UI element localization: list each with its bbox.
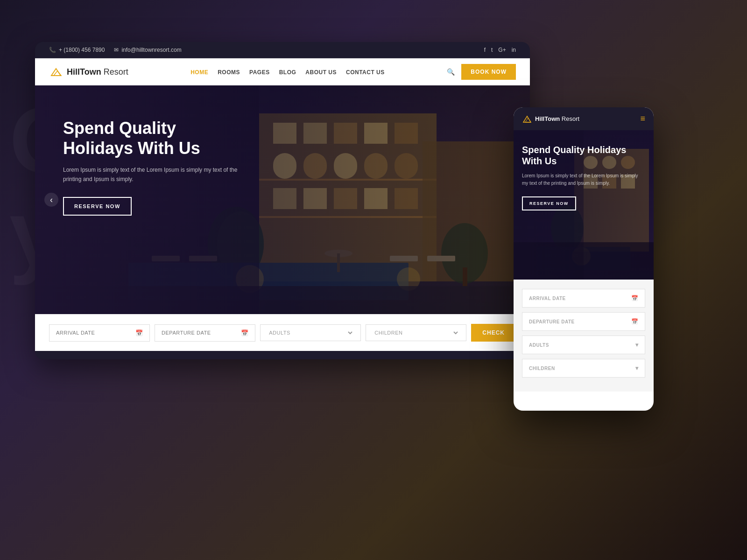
mobile-reserve-button[interactable]: RESERVE NOW — [522, 196, 576, 210]
mobile-brand-icon — [522, 115, 532, 123]
arrival-date-field[interactable]: 📅 — [49, 324, 150, 342]
mobile-nav: HillTown Resort ≡ — [514, 107, 654, 130]
desktop-mockup: 📞 + (1800) 456 7890 ✉ info@hilltownresor… — [35, 42, 530, 359]
mobile-arrival-calendar-icon: 📅 — [631, 295, 639, 301]
menu-item-home[interactable]: HOME — [190, 68, 208, 76]
brand-logo-group: HillTown Resort — [49, 66, 128, 77]
brand-name: HillTown Resort — [67, 67, 128, 77]
mobile-booking-form: ARRIVAL DATE 📅 DEPARTURE DATE 📅 ADULTS ▾… — [514, 280, 654, 392]
mobile-mockup: HillTown Resort ≡ — [514, 107, 654, 411]
menu-item-rooms[interactable]: ROOMS — [218, 68, 240, 76]
mobile-brand-name: HillTown Resort — [535, 115, 579, 122]
menu-item-about[interactable]: ABOUT US — [305, 68, 337, 76]
linkedin-icon[interactable]: in — [512, 47, 516, 53]
desktop-nav: HillTown Resort HOME ROOMS PAGES BLOG AB… — [35, 58, 530, 85]
mobile-hero-content: Spend Quality Holidays With Us Lorem Ips… — [514, 130, 654, 220]
arrival-calendar-icon: 📅 — [135, 329, 143, 336]
brand-name-light: Resort — [104, 67, 128, 77]
mobile-hero-description: Lorem Ipsum is simply text of the Lorem … — [522, 172, 645, 187]
email-item: ✉ info@hilltownresort.com — [114, 47, 181, 53]
departure-date-input[interactable] — [162, 330, 237, 336]
mobile-brand-light: Resort — [562, 115, 579, 122]
menu-item-blog[interactable]: BLOG — [279, 68, 296, 76]
departure-date-field[interactable]: 📅 — [155, 324, 255, 342]
mobile-children-label: CHILDREN — [529, 366, 555, 371]
mobile-brand: HillTown Resort — [522, 115, 579, 123]
children-select[interactable]: CHILDREN 0 1 2 3 — [373, 329, 459, 336]
mobile-departure-calendar-icon: 📅 — [631, 318, 639, 325]
mobile-adults-label: ADULTS — [529, 343, 549, 348]
mobile-hero-title: Spend Quality Holidays With Us — [522, 144, 645, 167]
hero-content: Spend Quality Holidays With Us Lorem Ips… — [35, 85, 530, 230]
svg-marker-40 — [525, 118, 531, 122]
hero-title: Spend Quality Holidays With Us — [63, 118, 240, 158]
mobile-brand-bold: HillTown — [535, 115, 560, 122]
mobile-adults-chevron-icon: ▾ — [635, 342, 639, 348]
googleplus-icon[interactable]: G+ — [498, 47, 506, 53]
svg-marker-0 — [51, 69, 61, 76]
departure-calendar-icon: 📅 — [241, 329, 248, 336]
brand-name-bold: HillTown — [67, 67, 101, 77]
mobile-children-chevron-icon: ▾ — [635, 365, 639, 371]
mobile-children-field[interactable]: CHILDREN ▾ — [522, 359, 645, 378]
desktop-topbar: 📞 + (1800) 456 7890 ✉ info@hilltownresor… — [35, 42, 530, 58]
arrival-date-input[interactable] — [56, 330, 132, 336]
mobile-adults-field[interactable]: ADULTS ▾ — [522, 336, 645, 354]
desktop-menu: HOME ROOMS PAGES BLOG ABOUT US CONTACT U… — [190, 68, 385, 76]
topbar-contact: 📞 + (1800) 456 7890 ✉ info@hilltownresor… — [49, 47, 182, 53]
adults-select[interactable]: ADULTS 1 2 3 4 — [267, 329, 354, 336]
menu-item-pages[interactable]: PAGES — [249, 68, 270, 76]
mobile-arrival-field[interactable]: ARRIVAL DATE 📅 — [522, 289, 645, 308]
email-address: info@hilltownresort.com — [121, 47, 181, 53]
hero-prev-arrow[interactable]: ‹ — [44, 193, 58, 207]
search-icon[interactable]: 🔍 — [447, 68, 455, 76]
desktop-hero: Spend Quality Holidays With Us Lorem Ips… — [35, 85, 530, 314]
menu-item-contact[interactable]: CONTACT US — [346, 68, 385, 76]
children-field[interactable]: CHILDREN 0 1 2 3 — [366, 324, 466, 341]
phone-icon: 📞 — [49, 47, 56, 53]
mobile-departure-label: DEPARTURE DATE — [529, 319, 575, 324]
facebook-icon[interactable]: f — [484, 47, 486, 53]
twitter-icon[interactable]: t — [491, 47, 493, 53]
mobile-hamburger-icon[interactable]: ≡ — [640, 114, 645, 124]
hero-description: Lorem Ipsum is simply text of the Lorem … — [63, 166, 240, 183]
phone-item: 📞 + (1800) 456 7890 — [49, 47, 105, 53]
book-now-button[interactable]: BOOK NOW — [461, 64, 516, 80]
phone-number: + (1800) 456 7890 — [59, 47, 105, 53]
reserve-now-button[interactable]: RESERVE NOW — [63, 197, 132, 216]
adults-field[interactable]: ADULTS 1 2 3 4 — [260, 324, 361, 341]
mobile-arrival-label: ARRIVAL DATE — [529, 296, 566, 301]
mobile-hero: Spend Quality Holidays With Us Lorem Ips… — [514, 130, 654, 280]
brand-logo-icon — [49, 66, 63, 77]
mobile-departure-field[interactable]: DEPARTURE DATE 📅 — [522, 312, 645, 331]
email-icon: ✉ — [114, 47, 119, 53]
check-button[interactable]: CHECK — [471, 324, 516, 342]
social-links: f t G+ in — [484, 47, 516, 53]
booking-bar: 📅 📅 ADULTS 1 2 3 4 CHILDREN 0 1 2 3 CH — [35, 314, 530, 351]
